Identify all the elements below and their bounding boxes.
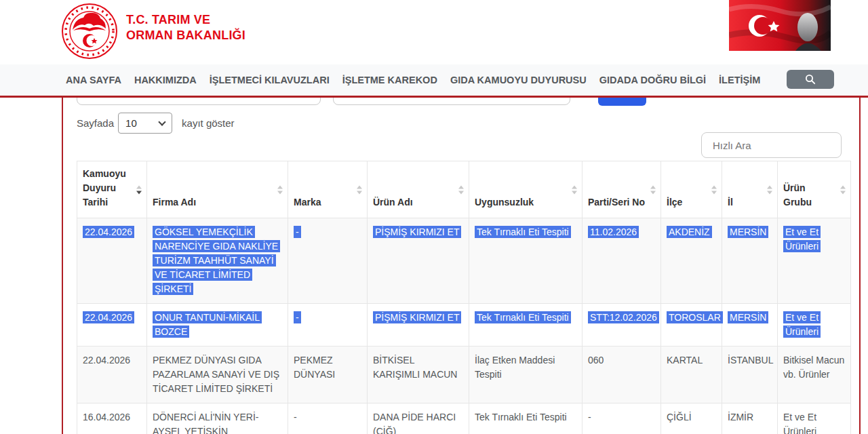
column-header-ilce[interactable]: İlçe xyxy=(661,161,722,218)
cell-urun-adi: PİŞMİŞ KIRMIZI ET xyxy=(368,304,469,347)
cell-urun-grubu: Et ve Et Ürünleri xyxy=(778,304,851,347)
cell-urun-grubu: Et ve Et Ürünleri xyxy=(778,403,851,434)
page-size-control: Sayfada 10 kayıt göster xyxy=(77,113,235,134)
sort-icon xyxy=(840,185,846,194)
page-size-value: 10 xyxy=(125,117,137,129)
cell-duyuru-tarihi: 22.04.2026 xyxy=(77,304,147,347)
cell-il: İSTANBUL xyxy=(722,347,778,403)
sort-icon xyxy=(711,185,717,194)
column-header-marka[interactable]: Marka xyxy=(288,161,368,218)
cell-urun-adi: BİTKİSEL KARIŞIMLI MACUN xyxy=(368,347,469,403)
table-header-row: Kamuoyu Duyuru Tarihi Firma Adı Marka Ür… xyxy=(77,161,851,218)
cell-marka: - xyxy=(288,403,368,434)
cell-firma-adi: ONUR TANTUNİ-MİKAİL BOZCE xyxy=(147,304,288,347)
search-button[interactable] xyxy=(787,70,834,89)
cell-ilce: KARTAL xyxy=(661,347,722,403)
cell-urun-grubu: Et ve Et Ürünleri xyxy=(778,218,851,304)
cell-parti-seri-no: STT:12.02.2026 xyxy=(583,304,661,347)
column-header-urun-grubu[interactable]: Ürün Grubu xyxy=(778,161,851,218)
cell-urun-adi: PİŞMİŞ KIRMIZI ET xyxy=(368,218,469,304)
nav-item-iletisim[interactable]: İLETİŞİM xyxy=(719,75,760,85)
sort-icon xyxy=(767,185,772,194)
column-header-uygunsuzluk[interactable]: Uygunsuzluk xyxy=(469,161,583,218)
table-row: 16.04.2026 DÖNERCİ ALİ'NİN YERİ-AYSEL YE… xyxy=(77,403,851,434)
ministry-emblem-icon xyxy=(61,3,118,60)
cell-duyuru-tarihi: 22.04.2026 xyxy=(77,347,147,403)
ministry-title-line1: T.C. TARIM VE xyxy=(126,12,245,28)
announcements-table: Kamuoyu Duyuru Tarihi Firma Adı Marka Ür… xyxy=(77,161,851,434)
cell-uygunsuzluk: İlaç Etken Maddesi Tespiti xyxy=(469,347,583,403)
table-row: 22.04.2026 ONUR TANTUNİ-MİKAİL BOZCE - P… xyxy=(77,304,851,347)
sort-icon xyxy=(572,185,577,194)
sort-icon xyxy=(458,185,464,194)
cell-il: İZMİR xyxy=(722,403,778,434)
column-header-il[interactable]: İl xyxy=(722,161,778,218)
nav-item-ana-sayfa[interactable]: ANA SAYFA xyxy=(66,75,121,85)
page-size-suffix-label: kayıt göster xyxy=(182,117,235,129)
cell-marka: - xyxy=(288,304,368,347)
cell-marka: PEKMEZ DÜNYASI xyxy=(288,347,368,403)
chevron-down-icon xyxy=(158,118,165,125)
cell-firma-adi: GÖKSEL YEMEKÇİLİK NARENCİYE GIDA NAKLİYE… xyxy=(147,218,288,304)
nav-item-isletmeci-kilavuzlari[interactable]: İŞLETMECİ KILAVUZLARI xyxy=(210,75,330,85)
cell-il: MERSİN xyxy=(722,218,778,304)
cell-urun-grubu: Bitkisel Macun vb. Ürünler xyxy=(778,347,851,403)
nav-item-gidada-dogru-bilgi[interactable]: GIDADA DOĞRU BİLGİ xyxy=(599,75,706,85)
page-size-prefix-label: Sayfada xyxy=(77,117,114,129)
table-row: 22.04.2026 GÖKSEL YEMEKÇİLİK NARENCİYE G… xyxy=(77,218,851,304)
sort-icon xyxy=(650,185,656,194)
cell-ilce: ÇİĞLİ xyxy=(661,403,722,434)
submit-button[interactable] xyxy=(598,98,646,106)
sort-icon xyxy=(136,185,142,194)
cell-uygunsuzluk: Tek Tırnaklı Eti Tespiti xyxy=(469,304,583,347)
sort-icon xyxy=(357,185,362,194)
ministry-title: T.C. TARIM VE ORMAN BAKANLIĞI xyxy=(126,12,245,43)
page-size-select[interactable]: 10 xyxy=(118,113,172,134)
content-frame: Sayfada 10 kayıt göster Kamuoyu Duyuru T… xyxy=(62,98,861,434)
cell-ilce: AKDENİZ xyxy=(661,218,722,304)
filter-input-primary[interactable] xyxy=(77,98,321,105)
cell-marka: - xyxy=(288,218,368,304)
site-header: T.C. TARIM VE ORMAN BAKANLIĞI xyxy=(0,0,868,64)
sort-icon xyxy=(277,185,283,194)
cell-firma-adi: PEKMEZ DÜNYASI GIDA PAZARLAMA SANAYİ VE … xyxy=(147,347,288,403)
search-icon xyxy=(805,74,816,85)
nav-item-hakkimizda[interactable]: HAKKIMIZDA xyxy=(134,75,197,85)
cell-uygunsuzluk: Tek Tırnaklı Eti Tespiti xyxy=(469,218,583,304)
cell-parti-seri-no: - xyxy=(583,403,661,434)
column-header-urun-adi[interactable]: Ürün Adı xyxy=(368,161,469,218)
cell-duyuru-tarihi: 22.04.2026 xyxy=(77,218,147,304)
column-header-kamuoyu-duyuru-tarihi[interactable]: Kamuoyu Duyuru Tarihi xyxy=(77,161,147,218)
table-row: 22.04.2026 PEKMEZ DÜNYASI GIDA PAZARLAMA… xyxy=(77,347,851,403)
nav-items: ANA SAYFA HAKKIMIZDA İŞLETMECİ KILAVUZLA… xyxy=(66,64,760,96)
cell-parti-seri-no: 060 xyxy=(583,347,661,403)
column-header-parti-seri-no[interactable]: Parti/Seri No xyxy=(583,161,661,218)
quick-search-input[interactable] xyxy=(701,132,842,158)
cell-il: MERSİN xyxy=(722,304,778,347)
turkish-flag-ataturk-image xyxy=(729,0,831,51)
cell-parti-seri-no: 11.02.2026 xyxy=(583,218,661,304)
cell-ilce: TOROSLAR xyxy=(661,304,722,347)
nav-item-isletme-karekod[interactable]: İŞLETME KAREKOD xyxy=(342,75,437,85)
cell-duyuru-tarihi: 16.04.2026 xyxy=(77,403,147,434)
cell-firma-adi: DÖNERCİ ALİ'NİN YERİ-AYSEL YETİŞKİN xyxy=(147,403,288,434)
nav-item-gida-kamuoyu-duyurusu[interactable]: GIDA KAMUOYU DUYURUSU xyxy=(450,75,587,85)
cell-uygunsuzluk: Tek Tırnaklı Eti Tespiti xyxy=(469,403,583,434)
filter-input-secondary[interactable] xyxy=(333,98,570,105)
ministry-title-line2: ORMAN BAKANLIĞI xyxy=(126,28,245,43)
cell-urun-adi: DANA PİDE HARCI (ÇİĞ) xyxy=(368,403,469,434)
ministry-logo xyxy=(61,3,118,61)
column-header-firma-adi[interactable]: Firma Adı xyxy=(147,161,288,218)
main-navbar: ANA SAYFA HAKKIMIZDA İŞLETMECİ KILAVUZLA… xyxy=(0,64,868,96)
